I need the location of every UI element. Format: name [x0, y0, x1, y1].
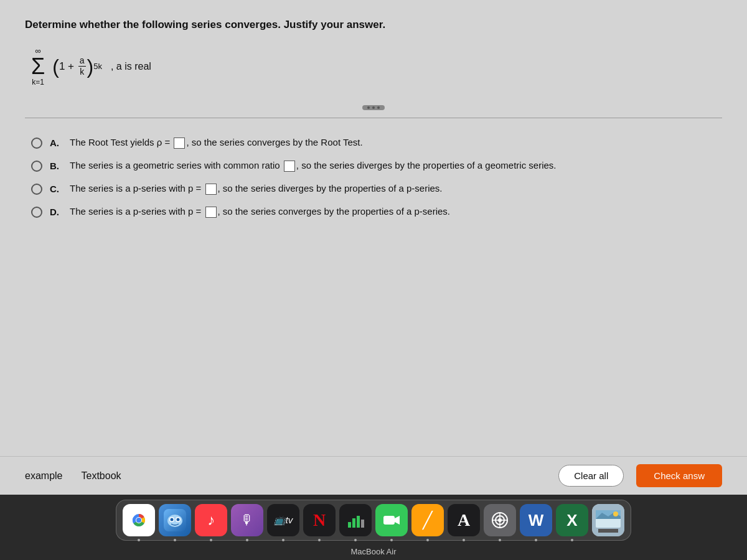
main-content: Determine whether the following series c… — [0, 0, 747, 456]
dock-dot-excel — [571, 539, 573, 541]
option-row-c: C. The series is a p-series with p = , s… — [31, 183, 722, 195]
dock-dot-music — [210, 539, 212, 541]
svg-point-9 — [177, 518, 180, 521]
dock-icon-system[interactable] — [484, 504, 516, 536]
fraction-denominator: k — [78, 67, 85, 77]
dock-dot-podcasts — [246, 539, 248, 541]
dock-icon-preview[interactable] — [592, 504, 624, 536]
radio-option-d[interactable] — [31, 207, 42, 218]
svg-point-3 — [136, 518, 141, 523]
radio-option-b[interactable] — [31, 161, 42, 172]
dock-dot-netflix — [318, 539, 321, 541]
fraction-numerator: a — [78, 55, 86, 67]
option-label-c: C. — [50, 184, 62, 194]
dock-icon-podcasts[interactable]: 🎙 — [231, 504, 263, 536]
example-link[interactable]: example — [25, 470, 62, 482]
textbook-link[interactable]: Textbook — [81, 470, 121, 482]
netflix-icon-symbol: N — [313, 510, 326, 530]
option-row-b: B. The series is a geometric series with… — [31, 160, 722, 172]
sigma-lower: k=1 — [32, 78, 44, 86]
fraction-a-over-k: a k — [78, 55, 86, 77]
svg-point-25 — [613, 511, 618, 516]
a-is-real: , a is real — [111, 61, 151, 72]
svg-point-8 — [171, 518, 174, 521]
svg-rect-10 — [348, 522, 351, 528]
dock-dot-facetime — [390, 539, 393, 541]
fill-box-d[interactable] — [205, 207, 217, 218]
slash-icon-symbol: ╱ — [423, 511, 433, 530]
dock-icon-tv[interactable]: 📺tv — [267, 504, 299, 536]
dock-icon-slash[interactable]: ╱ — [411, 504, 444, 536]
scroll-indicator-area — [25, 105, 722, 110]
dock-dot-finder — [174, 539, 176, 541]
scroll-dot-1 — [367, 106, 370, 109]
fill-box-c[interactable] — [205, 184, 217, 195]
dock-icon-fontbook[interactable]: A — [448, 504, 480, 536]
svg-rect-26 — [598, 529, 618, 533]
excel-icon-symbol: X — [566, 511, 577, 530]
tv-icon-symbol: 📺tv — [274, 515, 293, 526]
sigma-symbol: Σ — [31, 55, 45, 78]
dock-icon-music[interactable]: ♪ — [195, 504, 227, 536]
option-text-b: The series is a geometric series with co… — [70, 160, 557, 172]
bottom-bar: example Textbook Clear all Check answ — [0, 456, 747, 495]
fill-box-b[interactable] — [284, 161, 295, 172]
check-answer-button[interactable]: Check answ — [636, 464, 722, 487]
dock-icon-netflix[interactable]: N — [303, 504, 336, 536]
dock-dot-word — [535, 539, 537, 541]
dock-dot-fontbook — [463, 539, 465, 541]
formula-area: ∞ Σ k=1 ( 1 + a k ) 5k , a is real — [31, 46, 722, 86]
divider — [25, 118, 722, 118]
option-row-a: A. The Root Test yields ρ = , so the ser… — [31, 137, 722, 149]
options-container: A. The Root Test yields ρ = , so the ser… — [31, 137, 722, 218]
option-text-a: The Root Test yields ρ = , so the series… — [70, 137, 363, 149]
word-icon-symbol: W — [529, 511, 544, 530]
question-title: Determine whether the following series c… — [25, 19, 722, 31]
dock-area: ♪ 🎙 📺tv N — [0, 495, 747, 560]
dock-dot-slash — [426, 539, 429, 541]
dock-dot-chrome — [138, 539, 140, 541]
sigma-notation: ∞ Σ k=1 — [31, 46, 45, 86]
dock-icon-stocks[interactable] — [339, 504, 372, 536]
dock-icon-facetime[interactable] — [375, 504, 408, 536]
dock-bar: ♪ 🎙 📺tv N — [116, 500, 631, 541]
svg-rect-13 — [361, 520, 364, 528]
option-text-c: The series is a p-series with p = , so t… — [70, 183, 443, 195]
clear-all-button[interactable]: Clear all — [558, 465, 624, 487]
option-text-d: The series is a p-series with p = , so t… — [70, 206, 450, 218]
radio-option-c[interactable] — [31, 184, 42, 195]
fontbook-icon-symbol: A — [458, 510, 470, 530]
fill-box-a[interactable] — [174, 138, 185, 149]
formula-one: 1 + — [59, 60, 77, 73]
scroll-indicator — [362, 105, 385, 110]
option-label-a: A. — [50, 138, 62, 148]
dock-icon-finder[interactable] — [159, 504, 191, 536]
scroll-dot-2 — [372, 106, 375, 109]
svg-marker-15 — [395, 516, 400, 525]
macbook-label: MacBook Air — [351, 547, 397, 556]
dock-dot-system — [499, 539, 501, 541]
dock-dot-tv — [282, 539, 284, 541]
scroll-dot-3 — [377, 106, 380, 109]
option-label-d: D. — [50, 207, 62, 217]
dock-dot-stocks — [354, 539, 357, 541]
svg-rect-12 — [357, 516, 360, 528]
exponent-5k: 5k — [93, 62, 102, 70]
open-paren: ( — [52, 57, 59, 77]
option-label-b: B. — [50, 161, 62, 171]
svg-rect-11 — [352, 518, 355, 528]
option-row-d: D. The series is a p-series with p = , s… — [31, 206, 722, 218]
close-paren: ) — [87, 57, 94, 77]
dock-icon-word[interactable]: W — [520, 504, 552, 536]
music-icon-symbol: ♪ — [207, 511, 215, 529]
radio-option-a[interactable] — [31, 138, 42, 149]
podcasts-icon-symbol: 🎙 — [240, 512, 254, 528]
svg-rect-14 — [383, 516, 395, 525]
dock-icon-excel[interactable]: X — [556, 504, 588, 536]
dock-icon-chrome[interactable] — [123, 504, 155, 536]
formula-expression: ( 1 + a k ) 5k , a is real — [52, 55, 151, 77]
